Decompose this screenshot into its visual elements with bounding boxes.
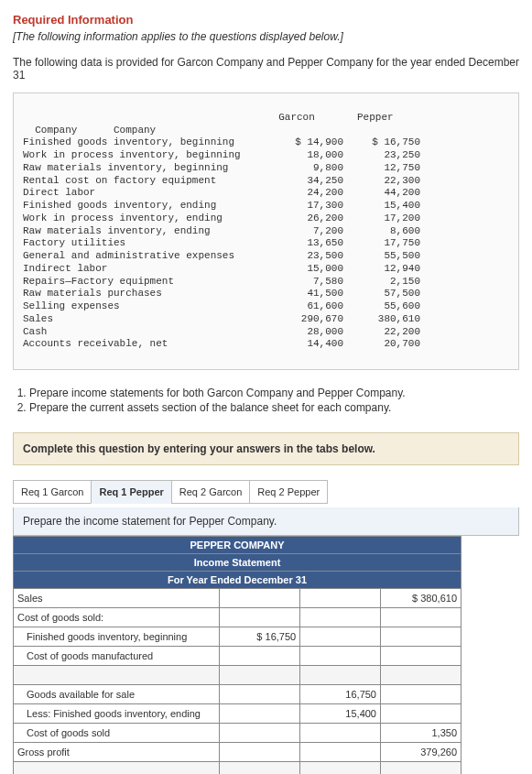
cell-blank[interactable] xyxy=(220,703,300,723)
cell-blank[interactable] xyxy=(220,723,300,742)
row-cogssold-val[interactable]: 1,350 xyxy=(381,723,461,742)
row-gafs-val[interactable]: 16,750 xyxy=(300,684,381,703)
cell-blank[interactable] xyxy=(300,646,381,665)
cell-blank[interactable] xyxy=(220,607,300,627)
task-list: Prepare income statements for both Garco… xyxy=(13,387,519,414)
stmt-subtitle: Income Statement xyxy=(14,553,461,571)
tab-req1-pepper[interactable]: Req 1 Pepper xyxy=(91,480,171,504)
row-fgib-val[interactable]: $ 16,750 xyxy=(220,627,300,646)
row-sales-val[interactable]: $ 380,610 xyxy=(381,588,461,607)
cell-blank[interactable] xyxy=(300,627,381,646)
cell-blank[interactable] xyxy=(381,684,461,703)
complete-instruction: Complete this question by entering your … xyxy=(13,432,519,465)
cell-blank[interactable] xyxy=(220,646,300,665)
cell-blank[interactable] xyxy=(300,742,381,761)
row-cogssold-label[interactable]: Cost of goods sold xyxy=(14,723,220,742)
row-gp-val[interactable]: 379,260 xyxy=(381,742,461,761)
tab-bar: Req 1 Garcon Req 1 Pepper Req 2 Garcon R… xyxy=(13,480,519,504)
tab-req1-garcon[interactable]: Req 1 Garcon xyxy=(13,480,92,504)
cell-blank[interactable] xyxy=(381,703,461,723)
cell-blank[interactable] xyxy=(300,723,381,742)
cell-blank[interactable] xyxy=(381,646,461,665)
row-fgib-label[interactable]: Finished goods inventory, beginning xyxy=(14,627,220,646)
row-gp-label[interactable]: Gross profit xyxy=(14,742,220,761)
cell-blank[interactable] xyxy=(381,627,461,646)
required-heading: Required Information xyxy=(13,13,519,27)
cell-blank[interactable] xyxy=(300,588,381,607)
intro-text: The following data is provided for Garco… xyxy=(13,56,519,82)
tab-instruction: Prepare the income statement for Pepper … xyxy=(13,507,519,536)
row-lfgie-label[interactable]: Less: Finished goods inventory, ending xyxy=(14,703,220,723)
note-text: [The following information applies to th… xyxy=(13,30,519,43)
cell-blank[interactable] xyxy=(381,607,461,627)
cell-blank[interactable] xyxy=(220,588,300,607)
cell-blank[interactable] xyxy=(220,684,300,703)
income-statement-table: PEPPER COMPANY Income Statement For Year… xyxy=(13,536,461,774)
tab-req2-garcon[interactable]: Req 2 Garcon xyxy=(171,480,250,504)
row-lfgie-val[interactable]: 15,400 xyxy=(300,703,381,723)
cell-blank[interactable] xyxy=(300,607,381,627)
company-data-table: Garcon Pepper Company Company Finished g… xyxy=(13,93,519,370)
row-cogs-label[interactable]: Cost of goods sold: xyxy=(14,607,220,627)
task-2: Prepare the current assets section of th… xyxy=(29,401,519,414)
row-cogm-label[interactable]: Cost of goods manufactured xyxy=(14,646,220,665)
row-gafs-label[interactable]: Goods available for sale xyxy=(14,684,220,703)
stmt-title: PEPPER COMPANY xyxy=(14,536,461,553)
row-sales-label[interactable]: Sales xyxy=(14,588,220,607)
tab-req2-pepper[interactable]: Req 2 Pepper xyxy=(249,480,328,504)
stmt-period: For Year Ended December 31 xyxy=(14,571,461,588)
cell-blank[interactable] xyxy=(220,742,300,761)
task-1: Prepare income statements for both Garco… xyxy=(29,387,519,399)
